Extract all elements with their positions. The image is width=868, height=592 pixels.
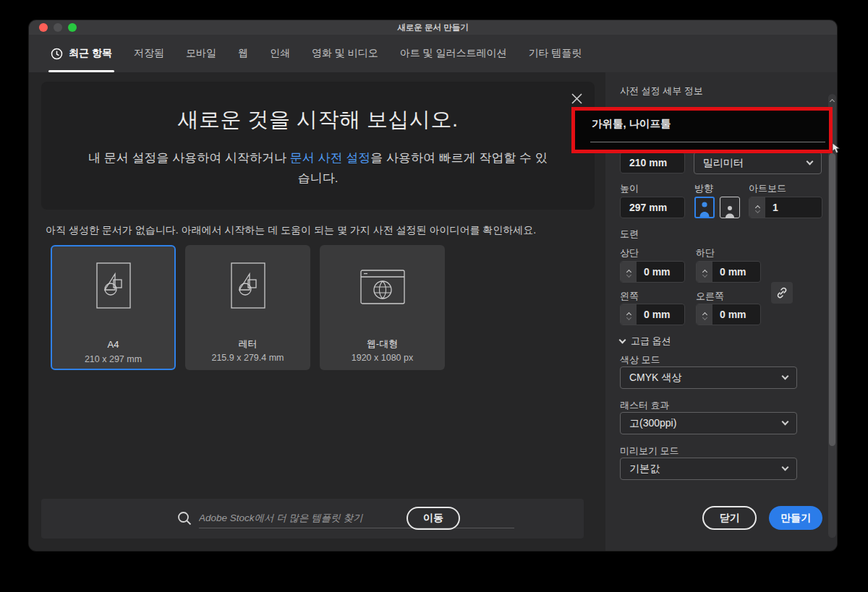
width-field[interactable]: 210 mm: [620, 152, 685, 173]
artboard-label: 아트보드: [749, 182, 786, 195]
bleed-bottom-label: 하단: [696, 246, 715, 259]
scrollbar-thumb[interactable]: [829, 153, 835, 446]
landscape-person-icon: [724, 205, 736, 218]
search-icon: [177, 511, 192, 525]
chevron-down-icon: [619, 336, 626, 343]
main-pane: 새로운 것을 시작해 보십시오. 내 문서 설정을 사용하여 시작하거나 문서 …: [29, 72, 605, 551]
tab-mobile[interactable]: 모바일: [186, 35, 216, 72]
height-field[interactable]: 297 mm: [620, 197, 685, 218]
tab-art-illustration[interactable]: 아트 및 일러스트레이션: [400, 35, 507, 72]
color-mode-select[interactable]: CMYK 색상: [620, 366, 797, 389]
link-bleed-values-button[interactable]: [771, 282, 793, 304]
close-window-button[interactable]: [39, 23, 48, 32]
document-name-field[interactable]: 가위툴, 나이프툴: [592, 117, 671, 131]
close-button[interactable]: 닫기: [702, 506, 757, 530]
portrait-person-icon: [698, 201, 711, 217]
create-button[interactable]: 만들기: [769, 506, 822, 530]
hero-panel: 새로운 것을 시작해 보십시오. 내 문서 설정을 사용하여 시작하거나 문서 …: [41, 82, 595, 210]
orientation-portrait-button[interactable]: [694, 197, 715, 218]
bleed-top-label: 상단: [620, 246, 639, 259]
chain-link-icon: [775, 286, 788, 299]
preset-name: 레터: [185, 338, 310, 351]
document-shapes-icon: [52, 262, 174, 309]
tab-saved[interactable]: 저장됨: [134, 35, 164, 72]
template-search-bar: 이동: [41, 499, 584, 539]
preset-card-letter[interactable]: 레터 215.9 x 279.4 mm: [185, 245, 310, 370]
preset-dimensions: 1920 x 1080 px: [320, 353, 445, 363]
chevron-down-icon: [782, 464, 789, 471]
stepper-arrows[interactable]: [749, 197, 765, 218]
raster-effects-label: 래스터 효과: [620, 399, 670, 412]
raster-effects-select[interactable]: 고(300ppi): [620, 412, 797, 434]
window-title: 새로운 문서 만들기: [29, 20, 837, 35]
red-highlight-annotation: 가위툴, 나이프툴: [571, 107, 833, 153]
name-field-underline: [590, 142, 825, 142]
unit-select[interactable]: 밀리미터: [694, 152, 822, 174]
mouse-cursor: [832, 142, 841, 154]
bleed-left-label: 왼쪽: [620, 290, 639, 303]
chevron-down-icon: [782, 373, 789, 380]
advanced-options-toggle[interactable]: 고급 옵션: [620, 335, 671, 348]
orientation-landscape-button[interactable]: [720, 197, 740, 218]
chevron-down-icon: [807, 158, 814, 166]
scrollbar-up-arrow[interactable]: [828, 94, 836, 107]
tab-label: 최근 항목: [69, 47, 112, 60]
preset-details-header: 사전 설정 세부 정보: [620, 85, 703, 98]
preset-card-web-large[interactable]: 웹-대형 1920 x 1080 px: [320, 245, 445, 370]
bleed-label: 도련: [620, 228, 639, 241]
bleed-right-label: 오른쪽: [696, 290, 724, 303]
tab-more-templates[interactable]: 기타 템플릿: [528, 35, 582, 72]
bleed-bottom-stepper[interactable]: 0 mm: [696, 261, 761, 283]
clock-icon: [51, 48, 63, 60]
color-mode-label: 색상 모드: [620, 353, 660, 366]
browser-globe-icon: [320, 270, 445, 304]
tab-recent[interactable]: 최근 항목: [51, 35, 112, 72]
bleed-top-stepper[interactable]: 0 mm: [620, 261, 685, 283]
document-presets-link[interactable]: 문서 사전 설정: [290, 151, 370, 165]
preview-mode-label: 미리보기 모드: [620, 445, 679, 458]
preset-cards: A4 210 x 297 mm 레터 215.9 x 279.4 mm: [51, 245, 445, 370]
hero-body: 내 문서 설정을 사용하여 시작하거나 문서 사전 설정을 사용하여 빠르게 작…: [41, 148, 595, 189]
empty-state-note: 아직 생성한 문서가 없습니다. 아래에서 시작하는 데 도움이 되는 몇 가지…: [46, 224, 536, 237]
bleed-right-stepper[interactable]: 0 mm: [696, 304, 761, 325]
bleed-left-stepper[interactable]: 0 mm: [620, 304, 685, 325]
minimize-window-button[interactable]: [54, 23, 62, 32]
chevron-down-icon: [782, 419, 789, 426]
document-shapes-icon: [185, 262, 310, 309]
artboard-stepper[interactable]: 1: [749, 197, 822, 218]
height-label: 높이: [620, 182, 639, 195]
titlebar: 새로운 문서 만들기: [29, 20, 837, 35]
preset-dimensions: 215.9 x 279.4 mm: [185, 353, 310, 363]
template-search-input[interactable]: [199, 508, 514, 528]
tab-web[interactable]: 웹: [238, 35, 248, 72]
new-document-dialog: 새로운 문서 만들기 최근 항목 저장됨 모바일 웹 인쇄 영화 및 비디오 아…: [29, 20, 837, 551]
chevron-up-icon: [830, 98, 835, 103]
hero-title: 새로운 것을 시작해 보십시오.: [41, 106, 595, 134]
preset-dimensions: 210 x 297 mm: [52, 354, 174, 364]
traffic-lights: [39, 23, 77, 32]
go-button[interactable]: 이동: [407, 507, 460, 530]
preset-name: 웹-대형: [320, 338, 445, 351]
zoom-window-button[interactable]: [68, 23, 77, 32]
tab-print[interactable]: 인쇄: [270, 35, 290, 72]
preset-card-a4[interactable]: A4 210 x 297 mm: [51, 245, 176, 370]
preview-mode-select[interactable]: 기본값: [620, 458, 797, 480]
tab-film-video[interactable]: 영화 및 비디오: [312, 35, 378, 72]
preset-name: A4: [52, 339, 174, 350]
orientation-label: 방향: [694, 182, 713, 195]
category-tabbar: 최근 항목 저장됨 모바일 웹 인쇄 영화 및 비디오 아트 및 일러스트레이션…: [29, 35, 837, 72]
